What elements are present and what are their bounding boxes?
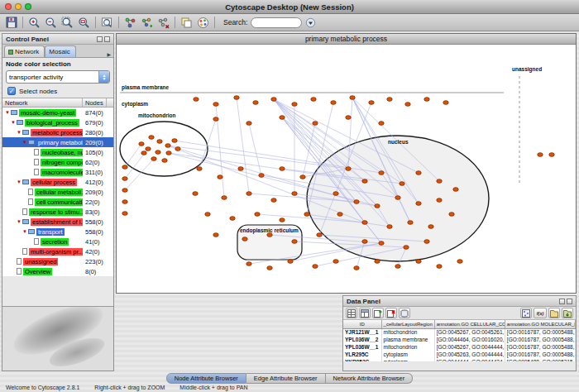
graph-node[interactable] (395, 265, 400, 269)
tree-item[interactable]: macromolecule m...311(0) (2, 167, 113, 177)
graph-node[interactable] (437, 179, 442, 184)
column-header-region[interactable]: _cellularLayoutRegion (381, 320, 434, 328)
graph-node[interactable] (238, 167, 243, 171)
close-panel-icon[interactable] (104, 36, 110, 42)
expand-arrow-icon[interactable]: ▼ (16, 179, 22, 184)
graph-node[interactable] (362, 221, 367, 225)
graph-node[interactable] (122, 189, 127, 193)
expand-arrow-icon[interactable]: ▼ (22, 140, 28, 145)
graph-node[interactable] (172, 139, 177, 143)
table-row[interactable]: YLR295Ccytoplasm[GO:0045263, GO:0044444,… (343, 351, 576, 358)
open-attributes-icon[interactable] (562, 308, 573, 318)
tree-item[interactable]: ▼cellular process412(0) (2, 177, 113, 187)
zoom-in-icon[interactable] (26, 15, 42, 31)
graph-node[interactable] (538, 153, 543, 157)
graph-node[interactable] (416, 202, 421, 206)
float-panel-icon[interactable] (559, 299, 565, 304)
graph-node[interactable] (369, 101, 374, 105)
tab-network-attribute-browser[interactable]: Network Attribute Browser (326, 373, 414, 384)
graph-node[interactable] (157, 140, 162, 144)
delete-attribute-icon[interactable] (385, 308, 397, 318)
graph-node[interactable] (354, 266, 359, 270)
graph-node[interactable] (218, 175, 223, 179)
overview-network-icon[interactable] (122, 15, 138, 31)
graph-node[interactable] (395, 196, 400, 200)
graph-node[interactable] (317, 233, 322, 237)
graph-node[interactable] (449, 213, 454, 217)
graph-node[interactable] (408, 221, 413, 225)
tab-edge-attribute-browser[interactable]: Edge Attribute Browser (246, 373, 326, 384)
network-column-header[interactable]: Network (2, 98, 83, 107)
zoom-region-icon[interactable] (99, 15, 115, 31)
destroy-view-icon[interactable] (156, 15, 171, 31)
tab-network[interactable]: Network (4, 45, 45, 57)
create-view-icon[interactable] (139, 15, 155, 31)
graph-node[interactable] (387, 225, 392, 229)
graph-node[interactable] (549, 153, 554, 157)
graph-node[interactable] (122, 165, 127, 170)
graph-node[interactable] (304, 213, 309, 217)
graph-node[interactable] (300, 175, 305, 179)
graph-node[interactable] (139, 142, 144, 146)
import-attributes-icon[interactable] (548, 308, 560, 318)
table-row[interactable]: YKR052Ccytoplasm[GO:0044444, GO:0044424,… (343, 358, 576, 361)
close-panel-icon[interactable] (567, 299, 572, 304)
graph-node[interactable] (405, 103, 410, 107)
tree-item[interactable]: multi-organism pr...42(0) (2, 246, 113, 256)
graph-node[interactable] (194, 98, 199, 102)
table-row[interactable]: YPL036W__1mitochondrion[GO:0045267, GO:0… (343, 343, 576, 351)
float-panel-icon[interactable] (97, 36, 103, 42)
graph-node[interactable] (213, 233, 218, 237)
graph-node[interactable] (311, 98, 316, 102)
graph-node[interactable] (416, 171, 421, 175)
graph-node[interactable] (149, 136, 154, 140)
graph-node[interactable] (346, 167, 351, 171)
graph-node[interactable] (292, 240, 297, 244)
function-builder-icon[interactable]: f(x) (534, 308, 547, 318)
tree-item[interactable]: ▼establishment of l...558(0) (2, 217, 113, 227)
graph-node[interactable] (288, 260, 293, 264)
graph-node[interactable] (424, 240, 429, 244)
zoom-out-icon[interactable] (43, 15, 59, 31)
graph-node[interactable] (337, 213, 342, 217)
graph-node[interactable] (379, 241, 384, 246)
annotation-icon[interactable] (179, 15, 194, 31)
tree-item[interactable]: response to stimu...83(0) (2, 207, 113, 217)
graph-node[interactable] (156, 151, 160, 155)
table-row[interactable]: YPL036W__2plasma membrane[GO:0044464, GO… (343, 336, 576, 343)
zoom-fit-icon[interactable] (76, 15, 92, 31)
graph-node[interactable] (222, 196, 227, 200)
graph-node[interactable] (400, 182, 404, 186)
graph-node[interactable] (280, 218, 285, 222)
graph-node[interactable] (457, 260, 462, 264)
expand-arrow-icon[interactable]: ▼ (22, 229, 28, 234)
graph-node[interactable] (362, 179, 367, 184)
graph-node[interactable] (255, 213, 260, 217)
expand-arrow-icon[interactable]: ▼ (16, 130, 22, 135)
graph-node[interactable] (122, 212, 127, 216)
graph-node[interactable] (416, 260, 421, 264)
network-canvas[interactable]: plasma membranecytoplasmmitochondrionnuc… (117, 45, 576, 293)
tab-mosaic[interactable]: Mosaic (45, 45, 75, 57)
tree-item[interactable]: cell communicati...22(0) (2, 197, 113, 207)
graph-node[interactable] (362, 240, 367, 244)
graph-node[interactable] (213, 103, 218, 107)
graph-node[interactable] (424, 98, 429, 102)
graph-node[interactable] (375, 204, 380, 208)
graph-node[interactable] (453, 188, 458, 192)
column-header-cellular[interactable]: annotation.GO CELLULAR_COMPONENT (434, 320, 505, 328)
tab-scroll-right-icon[interactable]: ▶ (104, 51, 113, 57)
graph-node[interactable] (267, 233, 272, 237)
graph-node[interactable] (331, 101, 336, 105)
graph-node[interactable] (122, 200, 127, 204)
graph-node[interactable] (375, 260, 380, 264)
zoom-selected-icon[interactable] (60, 15, 75, 31)
graph-node[interactable] (271, 98, 276, 102)
graph-node[interactable] (443, 101, 448, 105)
tree-item[interactable]: ▼biological_process679(0) (2, 117, 113, 127)
graph-node[interactable] (253, 101, 258, 105)
tree-item[interactable]: secretion41(0) (2, 237, 113, 246)
graph-node[interactable] (146, 147, 151, 151)
expand-arrow-icon[interactable]: ▼ (16, 219, 22, 224)
graph-node[interactable] (437, 265, 442, 269)
